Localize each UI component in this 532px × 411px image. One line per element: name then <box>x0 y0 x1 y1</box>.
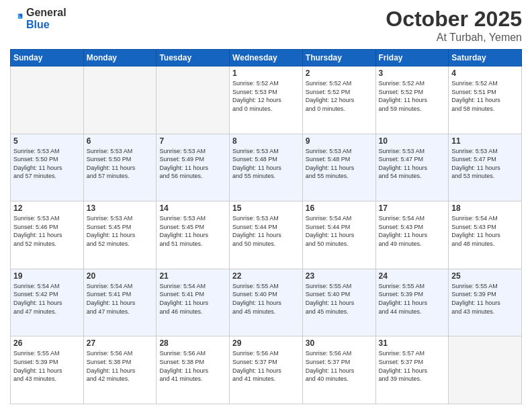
day-number: 20 <box>87 271 154 281</box>
title-block: October 2025 At Turbah, Yemen <box>386 7 522 44</box>
calendar-day-cell: 16Sunrise: 5:54 AMSunset: 5:44 PMDayligh… <box>302 201 375 269</box>
day-number: 2 <box>306 68 373 78</box>
day-number: 10 <box>379 136 446 146</box>
day-number: 26 <box>13 338 81 348</box>
calendar-day-cell: 24Sunrise: 5:55 AMSunset: 5:39 PMDayligh… <box>375 269 449 336</box>
day-info: Sunrise: 5:54 AMSunset: 5:41 PMDaylight:… <box>159 282 226 316</box>
day-info: Sunrise: 5:56 AMSunset: 5:38 PMDaylight:… <box>159 349 226 383</box>
day-number: 31 <box>379 338 446 348</box>
day-info: Sunrise: 5:56 AMSunset: 5:37 PMDaylight:… <box>306 349 373 383</box>
day-number: 9 <box>306 136 373 146</box>
month-title: October 2025 <box>386 7 522 32</box>
day-info: Sunrise: 5:53 AMSunset: 5:49 PMDaylight:… <box>159 147 226 181</box>
calendar-day-cell: 20Sunrise: 5:54 AMSunset: 5:41 PMDayligh… <box>83 269 157 336</box>
day-number: 25 <box>451 271 519 281</box>
calendar-table: SundayMondayTuesdayWednesdayThursdayFrid… <box>10 49 522 404</box>
day-info: Sunrise: 5:53 AMSunset: 5:44 PMDaylight:… <box>232 214 300 248</box>
day-info: Sunrise: 5:52 AMSunset: 5:52 PMDaylight:… <box>379 79 446 113</box>
day-number: 5 <box>13 136 81 146</box>
calendar-day-cell: 1Sunrise: 5:52 AMSunset: 5:53 PMDaylight… <box>230 66 303 134</box>
calendar-day-cell: 10Sunrise: 5:53 AMSunset: 5:47 PMDayligh… <box>375 134 449 201</box>
calendar-header-wednesday: Wednesday <box>230 50 303 66</box>
day-info: Sunrise: 5:53 AMSunset: 5:46 PMDaylight:… <box>13 214 81 248</box>
calendar-day-cell <box>11 66 84 134</box>
day-number: 15 <box>232 203 300 213</box>
calendar-header-tuesday: Tuesday <box>157 50 230 66</box>
calendar-day-cell: 2Sunrise: 5:52 AMSunset: 5:52 PMDaylight… <box>302 66 375 134</box>
day-number: 8 <box>232 136 300 146</box>
calendar-day-cell <box>157 66 230 134</box>
calendar-week-row: 5Sunrise: 5:53 AMSunset: 5:50 PMDaylight… <box>11 134 522 201</box>
day-info: Sunrise: 5:55 AMSunset: 5:39 PMDaylight:… <box>13 349 81 383</box>
calendar-day-cell: 7Sunrise: 5:53 AMSunset: 5:49 PMDaylight… <box>157 134 230 201</box>
day-info: Sunrise: 5:52 AMSunset: 5:51 PMDaylight:… <box>451 79 519 113</box>
calendar-week-row: 1Sunrise: 5:52 AMSunset: 5:53 PMDaylight… <box>11 66 522 134</box>
day-number: 16 <box>306 203 373 213</box>
day-number: 6 <box>87 136 154 146</box>
calendar-day-cell: 15Sunrise: 5:53 AMSunset: 5:44 PMDayligh… <box>230 201 303 269</box>
day-number: 17 <box>379 203 446 213</box>
calendar-day-cell: 13Sunrise: 5:53 AMSunset: 5:45 PMDayligh… <box>83 201 157 269</box>
calendar-day-cell: 27Sunrise: 5:56 AMSunset: 5:38 PMDayligh… <box>83 336 157 404</box>
calendar-day-cell: 26Sunrise: 5:55 AMSunset: 5:39 PMDayligh… <box>11 336 84 404</box>
calendar-day-cell: 3Sunrise: 5:52 AMSunset: 5:52 PMDaylight… <box>375 66 449 134</box>
calendar-day-cell: 21Sunrise: 5:54 AMSunset: 5:41 PMDayligh… <box>157 269 230 336</box>
calendar-week-row: 26Sunrise: 5:55 AMSunset: 5:39 PMDayligh… <box>11 336 522 404</box>
logo: General Blue <box>10 7 66 31</box>
day-number: 11 <box>451 136 519 146</box>
calendar-day-cell: 11Sunrise: 5:53 AMSunset: 5:47 PMDayligh… <box>449 134 522 201</box>
logo-blue: Blue <box>26 19 50 30</box>
day-info: Sunrise: 5:56 AMSunset: 5:37 PMDaylight:… <box>232 349 300 383</box>
calendar-day-cell: 23Sunrise: 5:55 AMSunset: 5:40 PMDayligh… <box>302 269 375 336</box>
calendar-day-cell: 5Sunrise: 5:53 AMSunset: 5:50 PMDaylight… <box>11 134 84 201</box>
day-number: 21 <box>159 271 226 281</box>
day-number: 23 <box>306 271 373 281</box>
calendar-day-cell: 8Sunrise: 5:53 AMSunset: 5:48 PMDaylight… <box>230 134 303 201</box>
logo-general: General <box>26 7 66 18</box>
day-number: 1 <box>232 68 300 78</box>
calendar-day-cell <box>449 336 522 404</box>
day-number: 12 <box>13 203 81 213</box>
calendar-week-row: 12Sunrise: 5:53 AMSunset: 5:46 PMDayligh… <box>11 201 522 269</box>
day-info: Sunrise: 5:55 AMSunset: 5:40 PMDaylight:… <box>232 282 300 316</box>
day-number: 27 <box>87 338 154 348</box>
calendar-day-cell: 17Sunrise: 5:54 AMSunset: 5:43 PMDayligh… <box>375 201 449 269</box>
day-info: Sunrise: 5:52 AMSunset: 5:53 PMDaylight:… <box>232 79 300 113</box>
calendar-day-cell: 28Sunrise: 5:56 AMSunset: 5:38 PMDayligh… <box>157 336 230 404</box>
calendar-week-row: 19Sunrise: 5:54 AMSunset: 5:42 PMDayligh… <box>11 269 522 336</box>
calendar-day-cell: 25Sunrise: 5:55 AMSunset: 5:39 PMDayligh… <box>449 269 522 336</box>
calendar-day-cell: 18Sunrise: 5:54 AMSunset: 5:43 PMDayligh… <box>449 201 522 269</box>
calendar-day-cell: 14Sunrise: 5:53 AMSunset: 5:45 PMDayligh… <box>157 201 230 269</box>
header: General Blue October 2025 At Turbah, Yem… <box>10 7 522 44</box>
logo-icon <box>10 12 24 26</box>
day-number: 30 <box>306 338 373 348</box>
calendar-header-monday: Monday <box>83 50 157 66</box>
day-number: 22 <box>232 271 300 281</box>
day-info: Sunrise: 5:54 AMSunset: 5:41 PMDaylight:… <box>87 282 154 316</box>
calendar-day-cell: 6Sunrise: 5:53 AMSunset: 5:50 PMDaylight… <box>83 134 157 201</box>
day-info: Sunrise: 5:56 AMSunset: 5:38 PMDaylight:… <box>87 349 154 383</box>
calendar-day-cell: 12Sunrise: 5:53 AMSunset: 5:46 PMDayligh… <box>11 201 84 269</box>
page: General Blue October 2025 At Turbah, Yem… <box>0 0 532 411</box>
calendar-day-cell: 29Sunrise: 5:56 AMSunset: 5:37 PMDayligh… <box>230 336 303 404</box>
calendar-day-cell: 9Sunrise: 5:53 AMSunset: 5:48 PMDaylight… <box>302 134 375 201</box>
day-number: 18 <box>451 203 519 213</box>
day-info: Sunrise: 5:54 AMSunset: 5:44 PMDaylight:… <box>306 214 373 248</box>
day-info: Sunrise: 5:53 AMSunset: 5:48 PMDaylight:… <box>306 147 373 181</box>
day-info: Sunrise: 5:53 AMSunset: 5:50 PMDaylight:… <box>13 147 81 181</box>
day-info: Sunrise: 5:53 AMSunset: 5:47 PMDaylight:… <box>379 147 446 181</box>
calendar-day-cell <box>83 66 157 134</box>
day-info: Sunrise: 5:54 AMSunset: 5:43 PMDaylight:… <box>379 214 446 248</box>
day-info: Sunrise: 5:53 AMSunset: 5:45 PMDaylight:… <box>159 214 226 248</box>
calendar-header-row: SundayMondayTuesdayWednesdayThursdayFrid… <box>11 50 522 66</box>
day-info: Sunrise: 5:54 AMSunset: 5:43 PMDaylight:… <box>451 214 519 248</box>
day-info: Sunrise: 5:57 AMSunset: 5:37 PMDaylight:… <box>379 349 446 383</box>
day-info: Sunrise: 5:55 AMSunset: 5:39 PMDaylight:… <box>451 282 519 316</box>
day-number: 19 <box>13 271 81 281</box>
location-title: At Turbah, Yemen <box>386 32 522 44</box>
day-number: 7 <box>159 136 226 146</box>
calendar-day-cell: 4Sunrise: 5:52 AMSunset: 5:51 PMDaylight… <box>449 66 522 134</box>
day-number: 3 <box>379 68 446 78</box>
calendar-header-sunday: Sunday <box>11 50 84 66</box>
day-info: Sunrise: 5:53 AMSunset: 5:45 PMDaylight:… <box>87 214 154 248</box>
